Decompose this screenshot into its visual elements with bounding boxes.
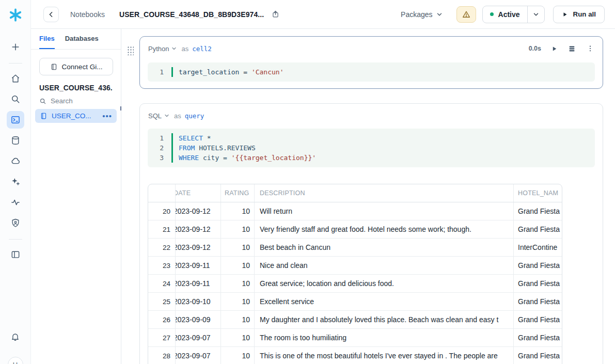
- avatar[interactable]: U: [8, 357, 23, 364]
- results-table-icon[interactable]: [567, 44, 576, 53]
- sidebar-item-home[interactable]: [7, 70, 24, 87]
- date-value: 2023-09-07: [175, 352, 211, 360]
- row-number-cell: 28: [148, 347, 175, 364]
- run-all-label: Run all: [573, 10, 596, 18]
- sql-code-editor[interactable]: 1 SELECT * 2 FROM HOTELS.REVIEWS 3 WHERE…: [148, 129, 595, 167]
- line-number: 3: [148, 153, 171, 163]
- chevron-left-icon: [47, 10, 55, 19]
- file-options-menu[interactable]: •••: [102, 114, 112, 119]
- language-selector[interactable]: SQL: [148, 112, 170, 120]
- row-number-cell: 24: [148, 275, 175, 292]
- file-name: USER_CO...: [52, 112, 98, 120]
- tab-databases[interactable]: Databases: [65, 29, 99, 49]
- sidebar-item-admin[interactable]: [7, 214, 24, 232]
- hotel-name-cell: InterContine: [513, 239, 562, 256]
- code-text: SELECT *: [171, 133, 211, 143]
- session-status-button[interactable]: Active: [483, 6, 527, 23]
- row-number-cell: 27: [148, 329, 175, 346]
- session-status-caret[interactable]: [528, 6, 544, 23]
- sidebar-item-ai[interactable]: [7, 173, 24, 191]
- hotel-name-cell: Grand Fiesta: [513, 329, 562, 346]
- table-row[interactable]: 26 2023-09-09 10 My daughter and I absol…: [148, 311, 562, 329]
- column-header-rating[interactable]: RATING: [220, 184, 254, 202]
- cell-drag-handle-icon[interactable]: [127, 45, 134, 55]
- sidebar-item-cloud[interactable]: [7, 152, 24, 170]
- table-row[interactable]: 28 2023-09-07 10 This is one of the most…: [148, 347, 562, 364]
- panel-toggle-icon: [10, 249, 21, 260]
- table-header-row: DATE RATING DESCRIPTION HOTEL_NAM: [148, 184, 562, 202]
- connect-git-button[interactable]: Connect Gi...: [39, 58, 113, 75]
- table-row[interactable]: 20 2023-09-12 10 Will return Grand Fiest…: [148, 202, 562, 220]
- date-cell: 2023-09-12: [175, 220, 220, 238]
- column-header-hotel-name[interactable]: HOTEL_NAM: [513, 184, 562, 202]
- row-number-cell: 25: [148, 293, 175, 310]
- table-row[interactable]: 21 2023-09-12 10 Very friendly staff and…: [148, 220, 562, 239]
- description-cell: My daughter and I absolutely loved this …: [254, 311, 513, 328]
- language-label: SQL: [148, 112, 162, 120]
- header-label: DATE: [175, 189, 191, 197]
- python-cell[interactable]: Python as cell2 0.0s 1 target_location =…: [139, 36, 603, 89]
- publish-icon[interactable]: [271, 10, 280, 19]
- sidebar-item-projects[interactable]: [7, 111, 24, 129]
- python-code-editor[interactable]: 1 target_location = 'Cancun': [148, 62, 595, 82]
- hotel-name-cell: Grand Fiesta: [513, 202, 562, 220]
- notifications-button[interactable]: [7, 328, 24, 345]
- warning-triangle-icon: [462, 10, 471, 19]
- cell-duration: 0.0s: [529, 45, 541, 52]
- description-cell: Nice and clean: [254, 257, 513, 274]
- line-number: 1: [148, 133, 171, 143]
- sidebar-item-activity[interactable]: [7, 194, 24, 211]
- notebook-name-heading: USER_COURSE_436...: [39, 84, 113, 92]
- tab-files[interactable]: Files: [39, 29, 55, 49]
- repository-icon: [50, 63, 58, 71]
- cell-name[interactable]: query: [185, 112, 204, 120]
- warning-button[interactable]: [456, 6, 476, 23]
- search-input[interactable]: [51, 97, 107, 105]
- cell-kebab-menu[interactable]: [586, 44, 594, 53]
- rating-cell: 10: [220, 293, 254, 310]
- back-button[interactable]: [43, 7, 59, 22]
- operator: =: [239, 68, 251, 76]
- panel-resize-handle[interactable]: [120, 106, 121, 110]
- create-plus-button[interactable]: [7, 38, 24, 56]
- topbar: Notebooks USER_COURSE_43648_DB_8B9D3E974…: [31, 0, 615, 29]
- query-results-table[interactable]: DATE RATING DESCRIPTION HOTEL_NAM 20 202…: [148, 184, 562, 364]
- breadcrumb[interactable]: Notebooks: [70, 10, 105, 19]
- cloud-icon: [10, 156, 21, 166]
- table-row[interactable]: 23 2023-09-11 10 Nice and clean Grand Fi…: [148, 257, 562, 275]
- play-icon: [562, 11, 568, 18]
- cell-name[interactable]: cell2: [192, 45, 212, 53]
- column-header-date[interactable]: DATE: [175, 184, 220, 202]
- table-row[interactable]: 24 2023-09-11 10 Great service; location…: [148, 275, 562, 293]
- connect-git-label: Connect Gi...: [62, 63, 103, 71]
- table-row[interactable]: 27 2023-09-07 10 The room is too humilia…: [148, 329, 562, 347]
- sql-keyword: WHERE: [179, 154, 199, 162]
- date-cell: 2023-09-11: [175, 257, 220, 274]
- sidebar-item-data[interactable]: [7, 132, 24, 149]
- table-row[interactable]: 25 2023-09-10 10 Excellent service Grand…: [148, 293, 562, 311]
- file-search[interactable]: [39, 97, 113, 105]
- sql-keyword: FROM: [179, 144, 195, 152]
- description-cell: Very friendly staff and great food. Hote…: [254, 220, 513, 238]
- sparkles-icon: [10, 177, 21, 187]
- chevron-down-icon: [532, 11, 540, 18]
- hotel-name-cell: Grand Fiesta: [513, 293, 562, 310]
- language-label: Python: [148, 45, 169, 53]
- description-cell: The room is too humiliating: [254, 329, 513, 346]
- collapse-panel-button[interactable]: [7, 246, 24, 263]
- table-row[interactable]: 22 2023-09-12 10 Best beach in Cancun In…: [148, 239, 562, 257]
- rail-divider: [9, 63, 22, 64]
- page-title: USER_COURSE_43648_DB_8B9D3E974...: [119, 10, 264, 19]
- file-list-item-selected[interactable]: USER_CO... •••: [35, 109, 117, 123]
- sql-cell[interactable]: SQL as query 1 SELECT * 2 FROM HOTELS.RE…: [139, 103, 603, 364]
- rating-cell: 10: [220, 311, 254, 328]
- run-all-button[interactable]: Run all: [553, 6, 605, 23]
- run-cell-button[interactable]: [551, 45, 558, 52]
- rating-cell: 10: [220, 202, 254, 220]
- column-header-description[interactable]: DESCRIPTION: [254, 184, 513, 202]
- language-selector[interactable]: Python: [148, 45, 177, 53]
- chevron-down-icon: [164, 113, 170, 119]
- code-line: 2 FROM HOTELS.REVIEWS: [148, 143, 595, 153]
- packages-menu[interactable]: Packages: [401, 10, 443, 19]
- sidebar-item-search[interactable]: [7, 90, 24, 108]
